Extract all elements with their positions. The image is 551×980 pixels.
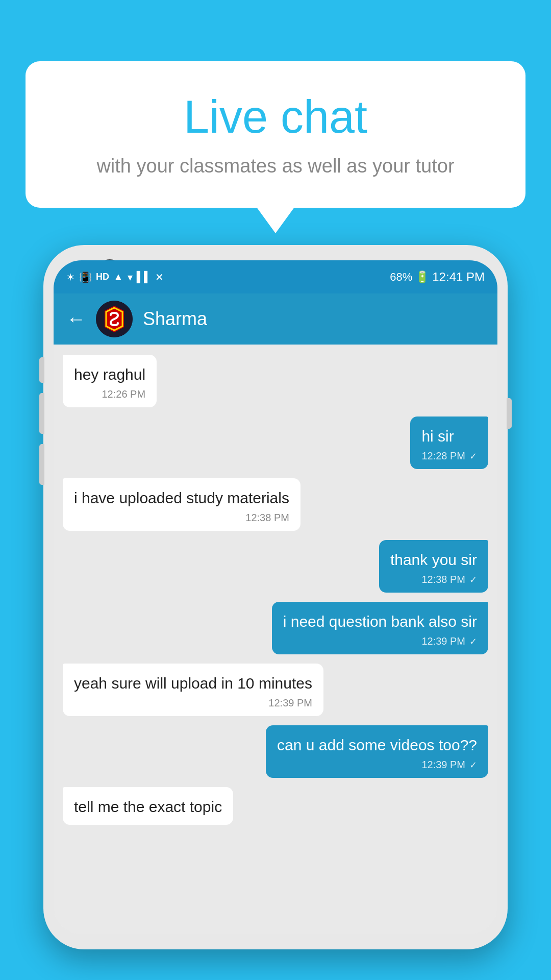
x-icon: ✕ (155, 271, 164, 283)
message-bubble: yeah sure will upload in 10 minutes12:39… (63, 664, 323, 716)
message-time: 12:38 PM (421, 574, 465, 585)
message-row: can u add some videos too??12:39 PM✓ (63, 725, 488, 778)
message-time: 12:38 PM (245, 512, 289, 524)
message-row: i need question bank also sir12:39 PM✓ (63, 602, 488, 654)
phone-mockup: ✶ 📳 HD ▲ ▾ ▌▌ ✕ 68% 🔋 12:41 PM ← (43, 245, 508, 980)
status-bar: ✶ 📳 HD ▲ ▾ ▌▌ ✕ 68% 🔋 12:41 PM (54, 260, 497, 293)
chat-area: hey raghul12:26 PMhi sir12:28 PM✓i have … (54, 345, 497, 934)
message-bubble: hi sir12:28 PM✓ (410, 416, 488, 469)
message-check-icon: ✓ (469, 636, 477, 647)
speech-bubble: Live chat with your classmates as well a… (26, 61, 525, 208)
message-row: hey raghul12:26 PM (63, 355, 488, 407)
phone-outer: ✶ 📳 HD ▲ ▾ ▌▌ ✕ 68% 🔋 12:41 PM ← (43, 245, 508, 949)
message-time: 12:26 PM (102, 388, 146, 400)
message-bubble: can u add some videos too??12:39 PM✓ (266, 725, 488, 778)
battery-percent: 68% (390, 271, 412, 284)
wifi-icon: ▾ (128, 271, 133, 283)
live-chat-title: Live chat (61, 92, 490, 142)
message-text: tell me the exact topic (74, 796, 222, 818)
phone-mute-button (39, 444, 44, 485)
back-button[interactable]: ← (66, 308, 86, 330)
message-check-icon: ✓ (469, 451, 477, 462)
message-meta: 12:26 PM (74, 388, 145, 400)
contact-name: Sharma (143, 308, 207, 330)
message-text: hey raghul (74, 364, 145, 385)
message-meta: 12:39 PM✓ (283, 635, 477, 647)
message-bubble: i have uploaded study materials12:38 PM (63, 478, 300, 531)
message-row: hi sir12:28 PM✓ (63, 416, 488, 469)
message-bubble: tell me the exact topic (63, 787, 233, 825)
bluetooth-icon: ✶ (66, 271, 75, 283)
message-text: yeah sure will upload in 10 minutes (74, 673, 312, 694)
avatar (96, 301, 133, 337)
message-text: i have uploaded study materials (74, 487, 289, 509)
message-meta: 12:38 PM✓ (390, 574, 477, 585)
vibrate-icon: 📳 (79, 271, 92, 283)
message-meta: 12:28 PM✓ (421, 450, 477, 462)
message-time: 12:28 PM (421, 450, 465, 462)
status-icons-right: 68% 🔋 12:41 PM (390, 270, 485, 284)
message-text: can u add some videos too?? (277, 734, 477, 756)
signal-bars-icon: ▌▌ (137, 271, 151, 283)
message-text: i need question bank also sir (283, 611, 477, 632)
message-text: hi sir (421, 426, 477, 447)
message-meta: 12:38 PM (74, 512, 289, 524)
message-meta: 12:39 PM (74, 697, 312, 709)
speech-bubble-container: Live chat with your classmates as well a… (26, 61, 525, 208)
message-bubble: hey raghul12:26 PM (63, 355, 157, 407)
message-bubble: thank you sir12:38 PM✓ (379, 540, 488, 593)
signal-up-icon: ▲ (113, 271, 123, 283)
status-time: 12:41 PM (432, 270, 485, 284)
message-meta: 12:39 PM✓ (277, 759, 477, 771)
live-chat-subtitle: with your classmates as well as your tut… (61, 153, 490, 180)
message-bubble: i need question bank also sir12:39 PM✓ (272, 602, 488, 654)
phone-volume-down-button (39, 393, 44, 434)
message-row: tell me the exact topic (63, 787, 488, 825)
phone-volume-up-button (39, 357, 44, 383)
message-row: yeah sure will upload in 10 minutes12:39… (63, 664, 488, 716)
phone-screen: ✶ 📳 HD ▲ ▾ ▌▌ ✕ 68% 🔋 12:41 PM ← (54, 260, 497, 934)
battery-icon: 🔋 (415, 271, 429, 284)
hd-icon: HD (96, 272, 109, 282)
message-time: 12:39 PM (268, 697, 312, 709)
phone-power-button (507, 398, 512, 429)
message-text: thank you sir (390, 549, 477, 571)
message-check-icon: ✓ (469, 574, 477, 585)
message-time: 12:39 PM (421, 759, 465, 771)
message-row: thank you sir12:38 PM✓ (63, 540, 488, 593)
chat-header: ← Sharma (54, 293, 497, 345)
message-time: 12:39 PM (421, 635, 465, 647)
status-icons-left: ✶ 📳 HD ▲ ▾ ▌▌ ✕ (66, 271, 164, 283)
message-row: i have uploaded study materials12:38 PM (63, 478, 488, 531)
message-check-icon: ✓ (469, 760, 477, 771)
